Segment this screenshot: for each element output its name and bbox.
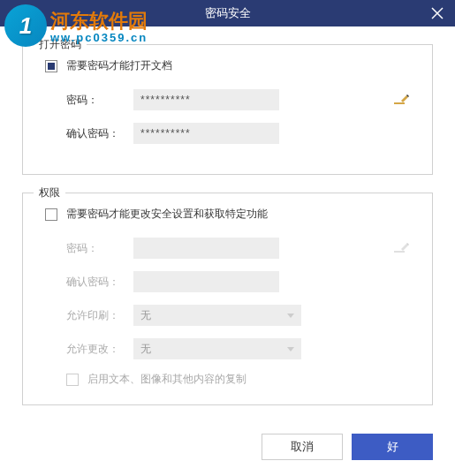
chevron-down-icon [287,347,294,351]
open-confirm-input[interactable] [133,123,279,144]
open-password-fieldset: 打开密码 需要密码才能打开文档 密码： 确认密码： [22,44,433,175]
edit-icon-disabled [394,242,410,254]
enable-copy-checkbox [66,374,79,386]
allow-change-select: 无 [133,338,301,359]
svg-rect-2 [394,102,405,104]
permission-fieldset: 权限 需要密码才能更改安全设置和获取特定功能 密码： 确认密码： 允许印刷： 无… [22,193,433,405]
open-password-label: 密码： [66,93,133,108]
perm-password-label: 密码： [66,241,133,256]
allow-print-label: 允许印刷： [66,308,133,323]
allow-print-value: 无 [140,308,151,323]
require-perm-password-row[interactable]: 需要密码才能更改安全设置和获取特定功能 [45,207,410,222]
open-legend: 打开密码 [34,37,87,52]
edit-icon[interactable] [394,94,410,106]
require-perm-password-label: 需要密码才能更改安全设置和获取特定功能 [66,207,268,222]
perm-confirm-input [133,271,279,292]
svg-marker-6 [401,244,408,251]
require-open-password-checkbox[interactable] [45,60,57,72]
close-icon [431,7,444,19]
svg-marker-3 [401,95,408,102]
cancel-button[interactable]: 取消 [262,434,343,460]
close-button[interactable] [420,0,455,26]
allow-change-value: 无 [140,342,151,357]
perm-legend: 权限 [34,185,65,200]
require-open-password-row[interactable]: 需要密码才能打开文档 [45,58,410,73]
require-perm-password-checkbox[interactable] [45,208,57,221]
svg-rect-5 [394,251,405,253]
enable-copy-label: 启用文本、图像和其他内容的复制 [87,372,246,387]
enable-copy-row: 启用文本、图像和其他内容的复制 [45,372,410,387]
allow-change-label: 允许更改： [66,342,133,357]
require-open-password-label: 需要密码才能打开文档 [66,58,172,73]
window-title: 密码安全 [205,5,251,21]
open-confirm-label: 确认密码： [66,126,133,141]
allow-print-select: 无 [133,305,301,326]
perm-confirm-label: 确认密码： [66,275,133,290]
footer: 取消 好 [262,434,433,460]
open-password-input[interactable] [133,89,279,110]
perm-password-input [133,238,279,259]
ok-button[interactable]: 好 [352,434,433,460]
chevron-down-icon [287,314,294,318]
titlebar: 密码安全 [0,0,455,26]
